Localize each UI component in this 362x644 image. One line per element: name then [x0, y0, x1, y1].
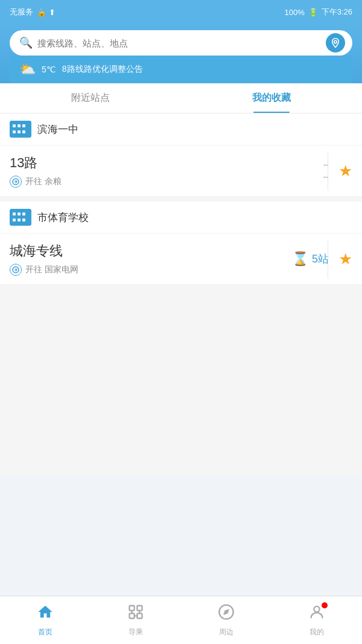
svg-rect-10	[13, 212, 16, 215]
route-name-1[interactable]: 13路	[10, 154, 323, 172]
svg-rect-9	[10, 209, 31, 226]
route-item-2: 城海专线 开往 国家电网 ⌛ 5站 ★	[0, 234, 362, 285]
svg-rect-1	[10, 121, 31, 138]
svg-rect-3	[17, 124, 21, 127]
divider-2	[328, 240, 328, 278]
nav-label-guide: 导乘	[129, 627, 143, 637]
svg-rect-12	[22, 212, 25, 215]
compass-icon	[218, 604, 235, 625]
bottom-nav: 首页 导乘 周边	[0, 596, 362, 644]
svg-rect-6	[17, 130, 21, 133]
direction-icon-1	[10, 176, 22, 188]
bus-stop-icon-2	[10, 209, 31, 226]
status-right: 100% 🔋 下午3:26	[284, 7, 352, 18]
status-time: 下午3:26	[322, 7, 352, 18]
svg-rect-11	[17, 212, 21, 215]
status-battery: 100%	[284, 8, 304, 17]
svg-rect-4	[22, 124, 25, 127]
home-icon	[37, 604, 54, 625]
svg-point-0	[334, 40, 337, 43]
station-name-2: 市体育学校	[37, 211, 89, 225]
direction-icon-2	[10, 264, 22, 276]
station-group-2: 市体育学校 城海专线 开往 国家电网 ⌛ 5站	[0, 202, 362, 285]
battery-icon: 🔋	[308, 8, 318, 17]
svg-rect-15	[22, 218, 25, 222]
status-left: 无服务 🔒 ⬆	[10, 7, 56, 18]
svg-rect-2	[13, 124, 16, 127]
favorite-button-1[interactable]: ★	[338, 162, 352, 180]
svg-rect-13	[13, 218, 16, 222]
route-item-1: 13路 开往 余粮 -- -- ★	[0, 145, 362, 197]
main-content: 滨海一中 13路 开往 余粮 -- --	[0, 113, 362, 476]
bus-stop-icon-1	[10, 121, 31, 138]
tab-bar: 附近站点 我的收藏	[0, 83, 362, 113]
search-bar: 🔍	[10, 30, 352, 56]
person-icon	[308, 604, 325, 625]
nav-label-home: 首页	[38, 627, 52, 637]
station-header-2: 市体育学校	[0, 202, 362, 234]
nav-label-nearby: 周边	[219, 627, 233, 637]
header: 🔍 ⛅ 5℃ 8路线路优化调整公告	[0, 24, 362, 83]
nav-item-home[interactable]: 首页	[0, 596, 91, 644]
tab-nearby[interactable]: 附近站点	[0, 83, 181, 113]
svg-rect-17	[130, 605, 135, 610]
location-icon	[326, 33, 345, 53]
svg-rect-20	[137, 613, 142, 618]
route-name-2[interactable]: 城海专线	[10, 242, 292, 260]
weather-temp: 5℃	[42, 65, 56, 74]
status-bar: 无服务 🔒 ⬆ 100% 🔋 下午3:26	[0, 0, 362, 24]
hourglass-icon: ⌛	[292, 251, 308, 267]
svg-rect-14	[17, 218, 21, 222]
svg-marker-25	[223, 609, 229, 615]
weather-bar: ⛅ 5℃ 8路线路优化调整公告	[10, 56, 352, 83]
nav-item-mine[interactable]: 我的	[272, 596, 362, 644]
route-direction-2: 开往 国家电网	[10, 264, 292, 276]
route-icon	[127, 604, 144, 625]
route-direction-text-1: 开往 余粮	[25, 176, 62, 187]
status-icons: 🔒 ⬆	[37, 8, 56, 17]
route-direction-1: 开往 余粮	[10, 176, 323, 188]
stops-badge-2: ⌛ 5站	[292, 251, 329, 267]
route-direction-text-2: 开往 国家电网	[25, 264, 78, 275]
station-header-1: 滨海一中	[0, 113, 362, 145]
svg-rect-7	[22, 130, 25, 133]
favorite-button-2[interactable]: ★	[338, 250, 352, 269]
nav-item-guide[interactable]: 导乘	[91, 596, 181, 644]
search-icon: 🔍	[19, 36, 33, 49]
weather-icon: ⛅	[19, 62, 36, 77]
search-input[interactable]	[37, 38, 343, 48]
divider-1	[328, 151, 328, 190]
station-group-1: 滨海一中 13路 开往 余粮 -- --	[0, 113, 362, 197]
stops-count-2: 5站	[312, 252, 329, 266]
svg-point-26	[314, 606, 319, 611]
station-name-1: 滨海一中	[37, 123, 78, 136]
status-signal: 无服务	[10, 7, 33, 18]
tab-favorites[interactable]: 我的收藏	[181, 83, 362, 113]
weather-announcement[interactable]: 8路线路优化调整公告	[62, 64, 143, 75]
nav-item-nearby[interactable]: 周边	[181, 596, 272, 644]
svg-rect-5	[13, 130, 16, 133]
svg-rect-19	[130, 613, 135, 618]
location-button[interactable]	[326, 33, 345, 53]
route-info-1: 13路 开往 余粮	[10, 154, 323, 188]
nav-label-mine: 我的	[310, 627, 324, 637]
mine-badge	[322, 602, 328, 608]
svg-rect-18	[137, 605, 142, 610]
route-info-2: 城海专线 开往 国家电网	[10, 242, 292, 276]
